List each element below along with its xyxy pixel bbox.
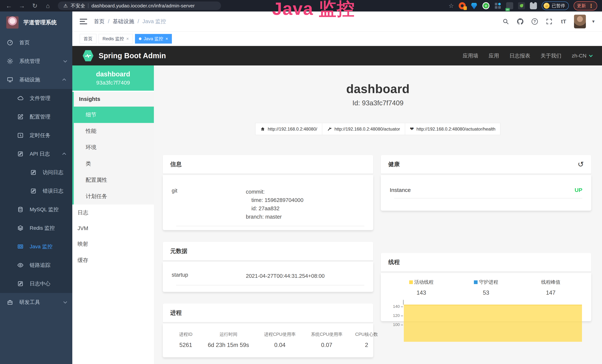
extension-icon-orange[interactable] bbox=[459, 2, 466, 9]
help-icon[interactable]: ? bbox=[531, 17, 539, 26]
sidebar-item-java-monitor[interactable]: Java 监控 bbox=[0, 237, 72, 256]
extension-icon-grid[interactable] bbox=[494, 2, 501, 9]
health-instance-label[interactable]: Instance bbox=[390, 187, 411, 193]
threads-legend: 活动线程 守护进程 线程峰值 bbox=[389, 279, 583, 285]
log-edit-icon bbox=[30, 187, 37, 195]
sba-item-details[interactable]: 细节 bbox=[74, 107, 154, 123]
process-header-proc-cpu: 进程CPU使用率 bbox=[256, 330, 303, 339]
sidebar-item-redis-monitor[interactable]: Redis 监控 bbox=[0, 219, 72, 237]
breadcrumb-home[interactable]: 首页 bbox=[94, 18, 105, 25]
legend-swatch-blue bbox=[474, 280, 478, 284]
process-table: 进程ID 运行时间 进程CPU使用率 系统CPU使用率 CPU核心数 5261 … bbox=[171, 330, 365, 348]
info-value: commit: time: 1596289704000 id: 27aa832 … bbox=[246, 188, 364, 221]
health-url-button[interactable]: ❤ http://192.168.0.2:48080/actuator/heal… bbox=[405, 123, 500, 135]
sba-brand-title[interactable]: Spring Boot Admin bbox=[99, 52, 166, 60]
sba-item-config-props[interactable]: 配置属性 bbox=[74, 172, 154, 188]
update-label: 更新 bbox=[577, 3, 586, 9]
reload-icon[interactable]: ↻ bbox=[31, 2, 39, 10]
sidebar-item-mysql-monitor[interactable]: MySQL 监控 bbox=[0, 200, 72, 219]
forward-icon[interactable]: → bbox=[18, 2, 26, 10]
fullscreen-icon[interactable] bbox=[545, 17, 553, 26]
font-size-icon[interactable]: tT bbox=[559, 17, 568, 26]
spring-boot-admin-logo-icon[interactable] bbox=[83, 50, 93, 62]
hamburger-icon[interactable] bbox=[80, 19, 87, 24]
service-url: http://192.168.0.2:48080/ bbox=[268, 127, 317, 132]
sidebar-item-system[interactable]: 系统管理 bbox=[0, 52, 72, 70]
process-card-title: 进程 bbox=[170, 309, 182, 317]
actuator-url-button[interactable]: http://192.168.0.2:48080/actuator bbox=[322, 123, 405, 135]
sba-item-jvm[interactable]: JVM bbox=[72, 221, 154, 236]
edit-icon bbox=[17, 113, 24, 120]
cloud-icon bbox=[17, 95, 24, 102]
threads-chart: 140 120 100 bbox=[389, 301, 583, 325]
health-card: 健康 ↺ Instance UP bbox=[381, 155, 591, 211]
extension-icon-puzzle[interactable] bbox=[530, 2, 537, 9]
chevron-down-icon bbox=[64, 59, 67, 63]
sidebar-item-access-logs[interactable]: 访问日志 bbox=[0, 163, 72, 182]
sba-nav-wallboard[interactable]: 应用墙 bbox=[463, 52, 478, 59]
history-icon[interactable]: ↺ bbox=[578, 161, 584, 168]
caret-down-icon[interactable]: ▾ bbox=[592, 19, 595, 24]
home-icon[interactable]: ⌂ bbox=[44, 2, 52, 10]
sba-item-classes[interactable]: 类 bbox=[74, 156, 154, 172]
tab-java-monitor[interactable]: Java 监控 × bbox=[135, 34, 172, 43]
app-logo[interactable]: 芋道管理系统 bbox=[0, 11, 72, 33]
health-url: http://192.168.0.2:48080/actuator/health bbox=[416, 127, 495, 132]
sba-item-logs[interactable]: 日志 bbox=[72, 204, 154, 221]
sba-item-environment[interactable]: 环境 bbox=[74, 139, 154, 156]
sidebar-item-config-manage[interactable]: 配置管理 bbox=[0, 107, 72, 126]
legend-daemon-threads: 守护进程 bbox=[474, 279, 498, 285]
annotation-text: Java 监控 bbox=[272, 0, 355, 21]
process-header-uptime: 运行时间 bbox=[201, 330, 256, 339]
sidebar-item-error-logs[interactable]: 错误日志 bbox=[0, 182, 72, 200]
sba-nav-applications[interactable]: 应用 bbox=[489, 52, 499, 59]
sba-item-scheduled-tasks[interactable]: 计划任务 bbox=[74, 188, 154, 204]
on-badge: on bbox=[505, 8, 510, 11]
tab-redis-monitor[interactable]: Redis 监控 × bbox=[99, 34, 133, 43]
sidebar-item-api-logs[interactable]: API 日志 bbox=[0, 145, 72, 163]
peak-threads-value: 147 bbox=[546, 289, 556, 296]
sba-item-caches[interactable]: 缓存 bbox=[72, 252, 154, 268]
sba-item-metrics[interactable]: 性能 bbox=[74, 123, 154, 139]
breadcrumb-separator: / bbox=[108, 18, 109, 24]
sidebar-item-infra[interactable]: 基础设施 bbox=[0, 70, 72, 89]
github-icon[interactable] bbox=[516, 17, 524, 26]
extension-icon-on-switch[interactable]: on bbox=[506, 2, 513, 9]
service-url-button[interactable]: http://192.168.0.2:48080/ bbox=[255, 123, 322, 135]
close-icon[interactable]: × bbox=[126, 36, 129, 41]
address-bar[interactable]: ⚠ 不安全 dashboard.yudao.iocoder.cn/infra/a… bbox=[58, 1, 221, 10]
extension-icon-green[interactable]: v bbox=[483, 2, 489, 9]
sidebar-item-tracing[interactable]: 链路追踪 bbox=[0, 256, 72, 274]
y-axis-tick: 120 bbox=[389, 313, 400, 318]
bookmark-star-icon[interactable]: ☆ bbox=[449, 2, 454, 9]
sidebar-item-file-manage[interactable]: 文件管理 bbox=[0, 89, 72, 107]
live-threads-area-series bbox=[404, 305, 582, 342]
sba-nav-journal[interactable]: 日志报表 bbox=[509, 52, 530, 59]
sidebar-item-scheduled-jobs[interactable]: 定时任务 bbox=[0, 126, 72, 145]
process-card: 进程 进程ID 运行时间 进程CPU使用率 系统CPU使用率 CPU核心数 52… bbox=[163, 304, 373, 357]
process-value-pid: 5261 bbox=[171, 339, 201, 348]
sba-nav-about[interactable]: 关于我们 bbox=[541, 52, 561, 59]
back-icon[interactable]: ← bbox=[5, 2, 13, 10]
info-key: git bbox=[172, 188, 246, 221]
locale-select[interactable]: zh-CN bbox=[572, 53, 592, 59]
user-avatar[interactable] bbox=[574, 15, 586, 28]
database-icon bbox=[17, 206, 24, 213]
extension-icon-leaf[interactable] bbox=[518, 2, 525, 9]
profile-paused-chip[interactable]: ☺ 已暂停 bbox=[542, 1, 569, 10]
search-icon[interactable] bbox=[502, 17, 510, 26]
tab-home[interactable]: 首页 bbox=[80, 34, 97, 43]
browser-menu-icon[interactable]: ⋮ bbox=[589, 3, 594, 9]
sba-item-mappings[interactable]: 映射 bbox=[72, 236, 154, 252]
tab-label: Redis 监控 bbox=[103, 36, 124, 42]
close-icon[interactable]: × bbox=[165, 36, 168, 41]
sidebar-item-log-center[interactable]: 日志中心 bbox=[0, 274, 72, 293]
sidebar-item-home[interactable]: 首页 bbox=[0, 33, 72, 52]
extension-icon-pin[interactable] bbox=[471, 2, 478, 9]
y-axis-tick: 140 bbox=[389, 304, 400, 309]
chrome-update-button[interactable]: 更新 ⋮ bbox=[574, 1, 597, 11]
instance-header[interactable]: dashboard 93a3fc7f7409 bbox=[72, 65, 154, 91]
breadcrumb-infra[interactable]: 基础设施 bbox=[113, 18, 134, 25]
sidebar-item-dev-tools[interactable]: 研发工具 bbox=[0, 293, 72, 311]
locale-value: zh-CN bbox=[572, 53, 586, 59]
